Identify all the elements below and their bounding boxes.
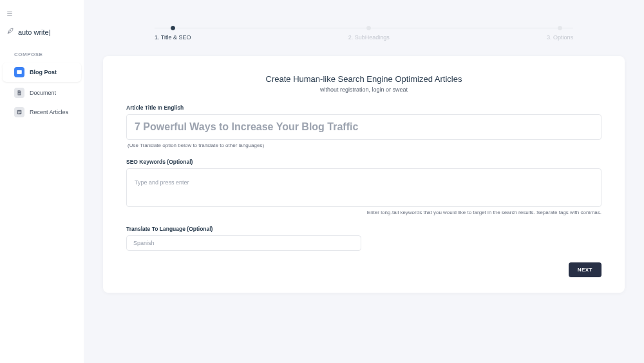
step-subheadings[interactable]: 2. SubHeadings — [348, 26, 390, 41]
section-label: COMPOSE — [0, 48, 84, 61]
svg-rect-12 — [18, 113, 20, 114]
translate-label: Translate To Language (Optional) — [126, 226, 601, 232]
svg-rect-8 — [18, 94, 19, 95]
step-label: 2. SubHeadings — [348, 34, 390, 41]
main-content: 1. Title & SEO 2. SubHeadings 3. Options… — [84, 0, 644, 363]
recent-icon — [14, 107, 24, 117]
seo-hint: Enter long-tail keywords that you would … — [126, 210, 601, 215]
form-group-translate: Translate To Language (Optional) — [126, 226, 601, 251]
feather-icon — [6, 26, 14, 39]
window-icon — [14, 67, 24, 77]
sidebar-item-document[interactable]: Document — [0, 83, 81, 103]
seo-placeholder: Type and press enter — [135, 179, 189, 186]
form-group-seo: SEO Keywords (Optional) Type and press e… — [126, 159, 601, 215]
step-label: 1. Title & SEO — [155, 34, 191, 41]
sidebar-item-label: Blog Post — [30, 69, 57, 75]
page-title: Create Human-like Search Engine Optimize… — [126, 74, 601, 84]
step-dot-icon — [366, 26, 371, 30]
translate-language-input[interactable] — [126, 235, 361, 251]
sidebar: auto write| COMPOSE Blog Post Document R… — [0, 0, 84, 363]
next-button[interactable]: NEXT — [569, 262, 601, 277]
svg-rect-10 — [18, 111, 21, 112]
seo-label: SEO Keywords (Optional) — [126, 159, 601, 165]
hamburger-menu[interactable] — [0, 6, 84, 23]
svg-rect-11 — [18, 112, 21, 113]
steps: 1. Title & SEO 2. SubHeadings 3. Options — [155, 26, 573, 41]
svg-rect-7 — [18, 93, 20, 93]
document-icon — [14, 88, 24, 98]
brand[interactable]: auto write| — [0, 23, 84, 48]
page-subtitle: without registration, login or sweat — [126, 86, 601, 93]
card-header: Create Human-like Search Engine Optimize… — [126, 74, 601, 93]
step-label: 3. Options — [547, 34, 573, 41]
title-label: Article Title In English — [126, 104, 601, 111]
svg-rect-6 — [18, 92, 20, 92]
svg-rect-5 — [17, 70, 22, 72]
form-group-title: Article Title In English (Use Translate … — [126, 104, 601, 148]
seo-keywords-input[interactable]: Type and press enter — [126, 168, 601, 207]
step-dot-icon — [558, 26, 562, 30]
step-title-seo[interactable]: 1. Title & SEO — [155, 26, 191, 41]
step-dot-icon — [171, 26, 175, 30]
title-hint: (Use Translate option below to translate… — [126, 142, 601, 148]
brand-name: auto write| — [18, 28, 51, 36]
card: Create Human-like Search Engine Optimize… — [103, 56, 625, 293]
article-title-input[interactable] — [126, 114, 601, 140]
sidebar-item-label: Recent Articles — [30, 109, 68, 115]
sidebar-item-label: Document — [30, 90, 56, 96]
sidebar-item-blog-post[interactable]: Blog Post — [3, 63, 81, 82]
sidebar-item-recent-articles[interactable]: Recent Articles — [0, 103, 81, 122]
step-options[interactable]: 3. Options — [547, 26, 573, 41]
card-footer: NEXT — [126, 262, 601, 277]
